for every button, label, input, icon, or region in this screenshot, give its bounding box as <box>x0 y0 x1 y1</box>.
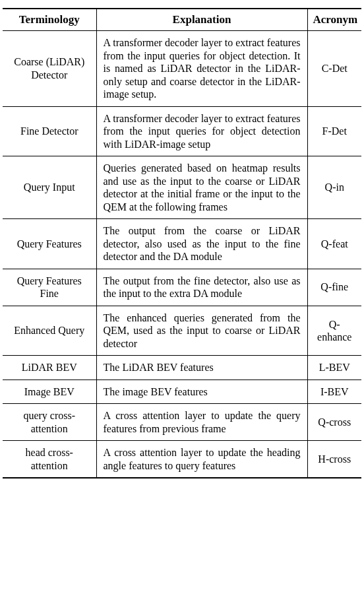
table-row: Fine Detector A transformer decoder laye… <box>3 106 361 156</box>
cell-explanation: A transformer decoder layer to ex­tract … <box>96 106 307 156</box>
cell-acronym: L-BEV <box>307 356 361 380</box>
table-row: head cross-attention A cross attention l… <box>3 441 361 478</box>
cell-terminology: Query Features Fine <box>3 269 96 306</box>
table-row: Query Features The output from the coars… <box>3 219 361 269</box>
cell-terminology: Enhanced Query <box>3 306 96 356</box>
header-explanation: Explanation <box>96 9 307 31</box>
cell-terminology: Query Features <box>3 219 96 269</box>
cell-terminology: head cross-attention <box>3 441 96 478</box>
cell-explanation: A cross attention layer to update the he… <box>96 441 307 478</box>
cell-acronym: Q-feat <box>307 219 361 269</box>
cell-explanation: A transformer decoder layer to ex­tract … <box>96 31 307 107</box>
cell-acronym: Q-in <box>307 156 361 219</box>
cell-explanation: The LiDAR BEV features <box>96 356 307 380</box>
table-row: query cross-attention A cross attention … <box>3 404 361 441</box>
table-row: Query Input Queries generated based on h… <box>3 156 361 219</box>
table-body: Coarse (LiDAR) Detector A transformer de… <box>3 31 361 478</box>
table-row: Image BEV The image BEV features I-BEV <box>3 380 361 404</box>
cell-terminology: Image BEV <box>3 380 96 404</box>
terminology-table-container: Terminology Explanation Acronym Coarse (… <box>0 0 364 486</box>
cell-explanation: A cross attention layer to update the qu… <box>96 404 307 441</box>
cell-acronym: Q-fine <box>307 269 361 306</box>
cell-terminology: Fine Detector <box>3 106 96 156</box>
cell-acronym: H-cross <box>307 441 361 478</box>
table-row: Coarse (LiDAR) Detector A transformer de… <box>3 31 361 107</box>
cell-acronym: F-Det <box>307 106 361 156</box>
header-acronym: Acronym <box>307 9 361 31</box>
cell-terminology: LiDAR BEV <box>3 356 96 380</box>
cell-terminology: Coarse (LiDAR) Detector <box>3 31 96 107</box>
header-terminology: Terminology <box>3 9 96 31</box>
cell-acronym: Q-enhance <box>307 306 361 356</box>
cell-explanation: The enhanced queries generated from the … <box>96 306 307 356</box>
cell-explanation: Queries generated based on heatmap resul… <box>96 156 307 219</box>
cell-explanation: The output from the coarse or Li­DAR det… <box>96 219 307 269</box>
cell-acronym: C-Det <box>307 31 361 107</box>
table-header-row: Terminology Explanation Acronym <box>3 9 361 31</box>
cell-explanation: The image BEV features <box>96 380 307 404</box>
cell-terminology: query cross-attention <box>3 404 96 441</box>
table-row: LiDAR BEV The LiDAR BEV features L-BEV <box>3 356 361 380</box>
table-row: Enhanced Query The enhanced queries gene… <box>3 306 361 356</box>
cell-explanation: The output from the fine detector, also … <box>96 269 307 306</box>
table-row: Query Features Fine The output from the … <box>3 269 361 306</box>
terminology-table: Terminology Explanation Acronym Coarse (… <box>3 8 361 478</box>
cell-acronym: Q-cross <box>307 404 361 441</box>
cell-acronym: I-BEV <box>307 380 361 404</box>
cell-terminology: Query Input <box>3 156 96 219</box>
